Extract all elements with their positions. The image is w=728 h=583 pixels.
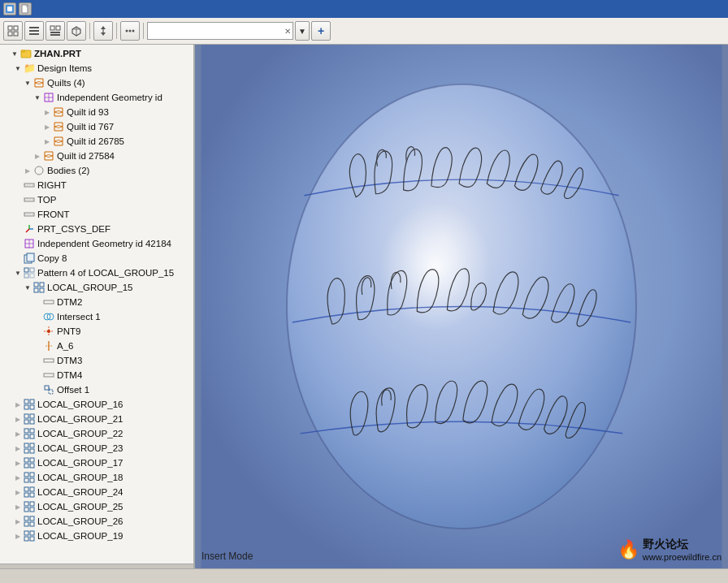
tree-item-ind-geom[interactable]: ▼ Independent Geometry id [0,90,193,105]
svg-rect-46 [30,274,34,278]
tree-item-design-items[interactable]: ▼ 📁 Design Items [0,61,193,76]
svg-rect-86 [24,478,28,482]
watermark: 🔥 野火论坛 www.proewildfire.cn [618,538,722,562]
svg-rect-45 [24,274,28,278]
tree-item-local-group-24[interactable]: ▶ LOCAL_GROUP_24 [0,485,193,499]
search-options-btn[interactable]: ▼ [295,21,310,41]
tree-item-ind-geom-42184[interactable]: ▶ Independent Geometry id 42184 [0,236,193,251]
tree-item-local-group-18[interactable]: ▶ LOCAL_GROUP_18 [0,470,193,485]
search-clear-btn[interactable]: ✕ [284,27,291,36]
toolbar-table-btn[interactable] [46,21,65,41]
viewport[interactable]: Insert Mode 🔥 野火论坛 www.proewildfire.cn [195,45,728,568]
tree-item-dtm2[interactable]: ▶ DTM2 [0,295,193,309]
ti-label: LOCAL_GROUP_23 [37,443,190,453]
tree-item-top[interactable]: ▶ TOP [0,192,193,207]
svg-rect-85 [30,473,34,477]
datum-icon [42,369,55,381]
tree-item-local-group-22[interactable]: ▶ LOCAL_GROUP_22 [0,426,193,441]
tree-item-offset1[interactable]: ▶ Offset 1 [0,382,193,397]
copy-icon [23,253,36,264]
ti-arrow: ▶ [13,430,23,438]
svg-rect-94 [24,507,28,512]
tree-item-quilt-767[interactable]: ▶ Quilt id 767 [0,119,193,134]
toolbar-row: ✕ ▼ + [0,18,728,44]
tree-item-quilt-27584[interactable]: ▶ Quilt id 27584 [0,149,193,163]
ti-label: Bodies (2) [47,166,190,175]
toolbar-more-btn[interactable] [120,21,140,41]
tree-item-a6[interactable]: ▶ A_6 [0,339,193,353]
ti-arrow: ▶ [42,109,52,116]
intersect-icon [42,311,55,322]
tree-container[interactable]: ▼ ZHAN.PRT ▼ 📁 Design Items ▼ [0,45,193,564]
svg-rect-11 [56,26,60,30]
tree-item-pattern-4[interactable]: ▼ Pattern 4 of LOCAL_GROUP_15 [0,266,193,280]
tree-item-csys[interactable]: ▶ PRT_CSYS_DEF [0,222,193,236]
svg-rect-84 [24,473,28,477]
group-icon [23,443,36,454]
tree-item-quilt-26785[interactable]: ▶ Quilt id 26785 [0,134,193,149]
svg-rect-99 [30,522,34,526]
svg-rect-97 [30,516,34,520]
svg-rect-75 [30,434,34,438]
svg-rect-71 [30,420,34,424]
svg-point-20 [126,30,128,32]
ti-label: Independent Geometry id [57,93,190,102]
toolbar-list-btn[interactable] [24,21,44,41]
tree-item-bodies[interactable]: ▶ Bodies (2) [0,163,193,178]
tree-item-local-group-15[interactable]: ▼ LOCAL_GROUP_15 [0,280,193,295]
tree-root[interactable]: ▼ ZHAN.PRT [0,46,193,61]
ti-label: Copy 8 [37,253,190,263]
svg-point-21 [129,30,132,32]
ti-arrow: ▼ [23,284,32,292]
add-filter-btn[interactable]: + [311,21,331,41]
svg-rect-102 [24,537,28,541]
toolbar-arrows-btn[interactable] [93,21,113,41]
ti-label: TOP [37,195,190,205]
svg-rect-13 [50,34,60,36]
group-icon [23,530,36,542]
ti-label: Quilt id 27584 [57,151,190,161]
svg-rect-72 [24,429,28,433]
title-bar-icons [3,2,32,15]
tree-item-local-group-19[interactable]: ▶ LOCAL_GROUP_19 [0,529,193,543]
tree-item-local-group-23[interactable]: ▶ LOCAL_GROUP_23 [0,441,193,456]
tree-item-local-group-21[interactable]: ▶ LOCAL_GROUP_21 [0,412,193,426]
svg-rect-4 [8,32,12,36]
tree-item-local-group-16[interactable]: ▶ LOCAL_GROUP_16 [0,397,193,412]
tree-item-intersect1[interactable]: ▶ Intersect 1 [0,309,193,324]
tree-item-local-group-17[interactable]: ▶ LOCAL_GROUP_17 [0,456,193,470]
group-icon [23,428,36,439]
ti-label: Intersect 1 [57,312,190,322]
tree-item-front[interactable]: ▶ FRONT [0,207,193,222]
axis-icon [42,340,55,352]
tree-root-arrow: ▼ [10,50,20,58]
ti-label: PRT_CSYS_DEF [37,224,190,234]
tree-item-quilts[interactable]: ▼ Quilts (4) [0,76,193,90]
toolbar-model-btn[interactable] [67,21,86,41]
plane-icon [23,194,36,205]
tree-item-local-group-26[interactable]: ▶ LOCAL_GROUP_26 [0,514,193,529]
svg-rect-73 [30,429,34,433]
datum-icon [42,296,55,308]
tree-item-pnt9[interactable]: ▶ PNT9 [0,324,193,339]
search-input[interactable] [150,26,283,36]
tree-item-copy-8[interactable]: ▶ Copy 8 [0,251,193,266]
ti-label: RIGHT [37,180,190,190]
svg-rect-64 [24,399,28,404]
tree-item-quilt-93[interactable]: ▶ Quilt id 93 [0,105,193,119]
main-content: ▼ ZHAN.PRT ▼ 📁 Design Items ▼ [0,45,728,568]
quilt-icon [52,136,65,147]
svg-rect-70 [24,420,28,424]
tree-item-right[interactable]: ▶ RIGHT [0,178,193,192]
svg-rect-48 [40,283,44,287]
ti-arrow: ▶ [13,401,23,408]
svg-rect-82 [24,464,28,468]
search-bar: ✕ [147,22,293,40]
toolbar-expand-btn[interactable] [3,21,23,41]
tree-item-dtm4[interactable]: ▶ DTM4 [0,368,193,382]
pattern-icon [23,267,36,279]
tree-item-dtm3[interactable]: ▶ DTM3 [0,353,193,368]
offset-icon [42,384,55,395]
ti-label: Offset 1 [57,385,190,395]
tree-item-local-group-25[interactable]: ▶ LOCAL_GROUP_25 [0,499,193,514]
